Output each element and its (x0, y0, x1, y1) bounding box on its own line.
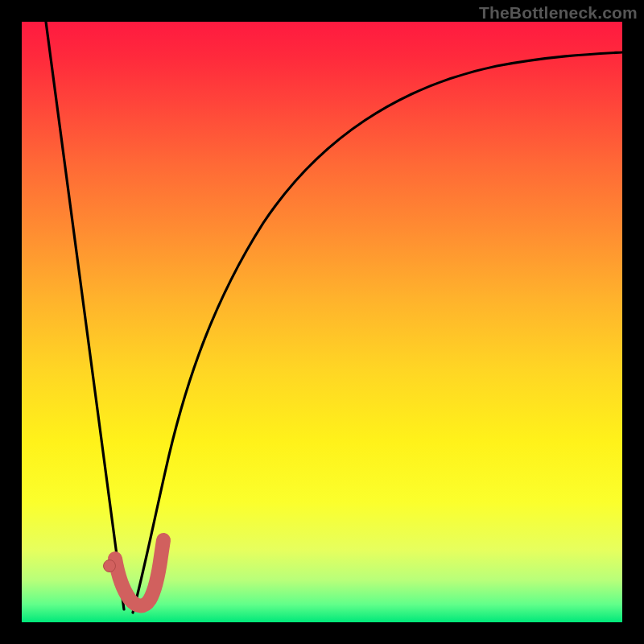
chart-frame: TheBottleneck.com (0, 0, 644, 644)
curve-left-branch (46, 22, 124, 609)
watermark-text: TheBottleneck.com (479, 3, 638, 23)
curve-right-branch (133, 52, 622, 613)
checkmark-marker (115, 540, 163, 605)
dot-marker (104, 560, 116, 572)
curve-layer (22, 22, 622, 622)
plot-area (22, 22, 622, 622)
